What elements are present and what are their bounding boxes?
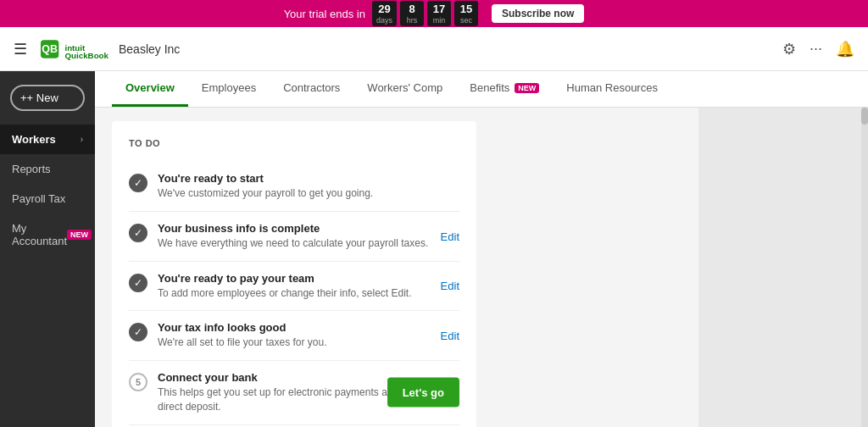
more-options-icon[interactable]: ··· [810,40,822,58]
lets-go-button[interactable]: Let's go [387,378,459,408]
logo-area: QB intuit QuickBooks [41,37,108,61]
todo-card: TO DO ✓ You're ready to start We've cust… [112,121,476,427]
edit-button-3[interactable]: Edit [441,280,459,292]
sidebar-item-reports[interactable]: Reports [0,154,95,184]
tabs-bar: Overview Employees Contractors Workers' … [95,71,868,108]
tab-benefits[interactable]: Benefits NEW [456,71,553,107]
hrs-box: 8 hrs [400,1,424,26]
svg-text:QuickBooks: QuickBooks [64,50,108,59]
new-button[interactable]: + + New [10,85,85,111]
tab-workers-comp[interactable]: Workers' Comp [353,71,456,107]
content-area: TO DO ✓ You're ready to start We've cust… [95,108,868,427]
svg-text:QB: QB [42,42,58,54]
trial-bar: Your trial ends in 29 days 8 hrs 17 min … [0,0,868,27]
check-icon-2: ✓ [129,224,147,242]
todo-item-5: 5 Connect your bank This helps get you s… [129,361,459,425]
check-icon-4: ✓ [129,323,147,341]
check-icon-3: ✓ [129,274,147,292]
tab-employees[interactable]: Employees [188,71,270,107]
app-body: + + New Workers › Reports Payroll Tax My… [0,71,868,427]
sidebar-item-my-accountant[interactable]: My Accountant NEW [0,214,95,256]
edit-button-2[interactable]: Edit [441,230,459,242]
benefits-new-badge: NEW [515,83,539,93]
company-name: Beasley Inc [119,42,180,56]
scrollbar-thumb[interactable] [861,108,868,125]
todo-item-3: ✓ You're ready to pay your team To add m… [129,262,459,312]
chevron-right-icon: › [81,135,83,144]
todo-text-3: You're ready to pay your team To add mor… [158,272,459,301]
check-icon-1: ✓ [129,174,147,192]
min-box: 17 min [427,1,451,26]
hamburger-icon[interactable]: ☰ [14,40,27,58]
main-content: Overview Employees Contractors Workers' … [95,71,868,427]
new-badge: NEW [67,230,92,240]
header-right: ⚙ ··· 🔔 [782,40,854,58]
app-header: ☰ QB intuit QuickBooks Beasley Inc ⚙ ···… [0,27,868,71]
settings-icon[interactable]: ⚙ [782,40,796,58]
scrollbar-track[interactable] [861,108,868,427]
number-icon-5: 5 [129,373,147,391]
subscribe-button[interactable]: Subscribe now [492,4,584,23]
sidebar-item-workers[interactable]: Workers › [0,125,95,154]
todo-section-title: TO DO [129,138,459,148]
days-box: 29 days [372,1,397,26]
tab-overview[interactable]: Overview [112,71,188,107]
quickbooks-logo: QB intuit QuickBooks [41,37,108,61]
todo-text-4: Your tax info looks good We're all set t… [158,321,459,350]
tab-human-resources[interactable]: Human Resources [553,71,671,107]
todo-text-2: Your business info is complete We have e… [158,222,459,251]
right-panel [698,108,868,427]
todo-item-1: ✓ You're ready to start We've customized… [129,162,459,212]
tab-contractors[interactable]: Contractors [270,71,353,107]
notifications-icon[interactable]: 🔔 [836,40,854,58]
main-panel: TO DO ✓ You're ready to start We've cust… [95,108,698,427]
countdown: 29 days 8 hrs 17 min 15 sec [372,1,478,26]
sidebar-nav: Workers › Reports Payroll Tax My Account… [0,125,95,256]
sidebar-item-payroll-tax[interactable]: Payroll Tax [0,184,95,214]
plus-icon: + [20,92,27,104]
sidebar: + + New Workers › Reports Payroll Tax My… [0,71,95,427]
trial-text: Your trial ends in [284,8,365,20]
sec-box: 15 sec [454,1,478,26]
todo-item-2: ✓ Your business info is complete We have… [129,212,459,262]
todo-item-4: ✓ Your tax info looks good We're all set… [129,311,459,361]
todo-text-1: You're ready to start We've customized y… [158,172,459,201]
edit-button-4[interactable]: Edit [441,330,459,342]
